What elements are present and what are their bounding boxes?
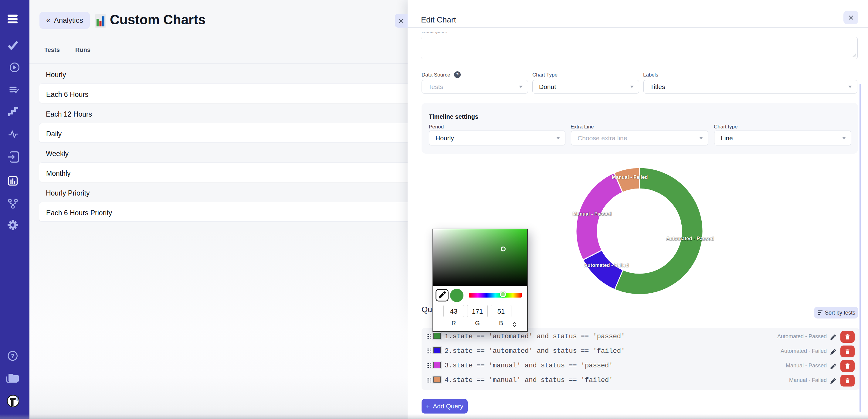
svg-text:?: ?: [456, 72, 459, 77]
svg-text:?: ?: [11, 353, 14, 359]
